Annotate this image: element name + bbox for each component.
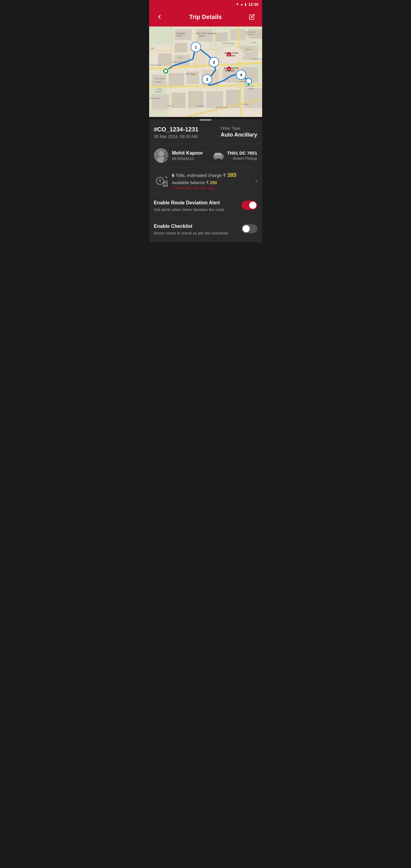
driver-name: Mohit Kapoor — [172, 150, 203, 156]
toggle-knob — [249, 202, 256, 209]
edit-button[interactable] — [247, 11, 257, 22]
svg-text:Nanjappa: Nanjappa — [176, 32, 185, 35]
back-button[interactable] — [154, 11, 165, 22]
route-deviation-subtitle: Get alerts when driver deviates the rout… — [154, 207, 238, 213]
svg-text:Apollo Cradle: Apollo Cradle — [224, 52, 238, 54]
route-deviation-text: Enable Route Deviation Alert Get alerts … — [154, 200, 238, 213]
driver-badge — [164, 158, 168, 163]
svg-text:College: College — [248, 88, 254, 90]
svg-text:School Road: School Road — [151, 64, 161, 66]
svg-rect-25 — [207, 91, 223, 108]
svg-text:Reddy Jana...: Reddy Jana... — [238, 81, 249, 83]
svg-text:2: 2 — [213, 60, 215, 64]
svg-rect-11 — [158, 54, 172, 66]
svg-text:Hosur: Hosur — [178, 57, 183, 59]
content-area: #CO_1234-1231 30 Mar 2024, 09:30 AM Orde… — [149, 119, 262, 242]
toll-count-label: Tolls, estimated charge — [176, 173, 223, 178]
svg-text:H: H — [228, 68, 230, 70]
toggle-knob-checklist — [243, 225, 250, 232]
route-deviation-toggle[interactable] — [242, 201, 257, 210]
svg-point-94 — [221, 158, 223, 160]
svg-text:Layout: Layout — [199, 35, 205, 37]
svg-text:Adugodi: Adugodi — [155, 81, 162, 83]
signal-icon: ▲ — [240, 2, 244, 6]
svg-rect-100 — [164, 183, 167, 184]
svg-text:3: 3 — [206, 77, 208, 82]
order-id: #CO_1234-1231 — [154, 126, 198, 133]
driver-avatar — [154, 148, 168, 163]
vehicle-info: TN01 DC 7651 Bolero Pickup — [213, 150, 257, 161]
route-deviation-section: Enable Route Deviation Alert Get alerts … — [149, 195, 262, 218]
driver-info: Mohit Kapoor 9876543210 — [154, 148, 203, 163]
order-section: #CO_1234-1231 30 Mar 2024, 09:30 AM Orde… — [149, 121, 262, 144]
svg-text:100 Feet Road: 100 Feet Road — [216, 106, 227, 108]
svg-text:Apollo Spectra: Apollo Spectra — [224, 67, 239, 69]
svg-rect-6 — [175, 43, 187, 52]
svg-point-38 — [164, 70, 167, 73]
order-type-section: Order Type Auto Ancillary — [221, 126, 257, 138]
app-header: Trip Details — [149, 8, 262, 27]
checklist-toggle[interactable] — [242, 224, 257, 233]
vehicle-icon — [213, 150, 224, 161]
svg-text:Annex: Annex — [252, 41, 257, 43]
status-time: 12:30 — [248, 2, 258, 7]
toll-text: 6 Tolls, estimated charge ₹ 385 * Availa… — [172, 172, 252, 190]
driver-details: Mohit Kapoor 9876543210 — [172, 150, 203, 161]
toll-note: * Actual toll price may vary — [172, 186, 252, 190]
svg-point-83 — [247, 83, 250, 86]
order-info: #CO_1234-1231 30 Mar 2024, 09:30 AM — [154, 126, 198, 139]
toll-icon: ₹ — [154, 174, 168, 188]
status-icons: ▼ ▲ ▮ — [235, 2, 247, 6]
svg-text:Bovi Colony: Bovi Colony — [155, 78, 165, 80]
svg-text:SIB: SIB — [151, 47, 154, 50]
svg-point-84 — [158, 151, 164, 156]
vehicle-details: TN01 DC 7651 Bolero Pickup — [227, 150, 257, 161]
map-container[interactable]: 1 2 3 4 Nanjappa Layout Tippu Block Nanj… — [149, 27, 262, 117]
battery-icon: ▮ — [245, 2, 247, 6]
page-title: Trip Details — [165, 13, 247, 21]
svg-text:Adugodi: Adugodi — [155, 91, 162, 93]
vehicle-type: Bolero Pickup — [227, 156, 257, 161]
svg-text:Kapoor Govt: Kapoor Govt — [246, 31, 256, 33]
svg-marker-1 — [149, 27, 173, 44]
svg-text:Thaval...: Thaval... — [167, 105, 174, 107]
svg-text:4: 4 — [240, 73, 242, 77]
svg-text:1: 1 — [195, 45, 197, 50]
svg-point-87 — [166, 160, 167, 161]
svg-text:Balaji Nagar: Balaji Nagar — [151, 97, 161, 99]
toll-amount: 385 — [227, 172, 236, 178]
driver-section: Mohit Kapoor 9876543210 TN01 DC 7651 Bol… — [149, 144, 262, 167]
order-type-label: Order Type — [221, 126, 257, 130]
checklist-title: Enable Checklist — [154, 224, 238, 229]
toll-currency: ₹ — [223, 173, 227, 178]
map-svg: 1 2 3 4 Nanjappa Layout Tippu Block Nanj… — [149, 27, 262, 117]
balance-amount: 250 — [210, 180, 217, 185]
svg-rect-8 — [216, 33, 227, 41]
toll-count: 6 — [172, 173, 175, 178]
wifi-icon: ▼ — [235, 2, 239, 6]
svg-line-103 — [165, 176, 167, 178]
svg-text:Primary S...: Primary S... — [246, 33, 255, 35]
svg-rect-92 — [215, 153, 221, 155]
svg-rect-96 — [223, 155, 224, 157]
svg-rect-22 — [152, 94, 169, 110]
svg-text:John Nagar: John Nagar — [185, 73, 196, 75]
svg-rect-95 — [213, 155, 214, 157]
checklist-subtitle: Driver needs to check as per the checkli… — [154, 230, 238, 236]
svg-text:Layout: Layout — [176, 35, 183, 37]
toll-asterisk: * — [238, 172, 239, 176]
svg-text:8th Main Road: 8th Main Road — [252, 58, 262, 60]
svg-text:Block 6: Block 6 — [246, 49, 252, 50]
toll-main: 6 Tolls, estimated charge ₹ 385 * — [172, 172, 252, 179]
svg-text:₹: ₹ — [159, 179, 161, 183]
status-bar: ▼ ▲ ▮ 12:30 — [149, 0, 262, 8]
steering-icon — [164, 158, 168, 163]
svg-text:Tippu Block Nanjappa: Tippu Block Nanjappa — [196, 32, 216, 35]
driver-phone: 9876543210 — [172, 156, 203, 161]
chevron-right-icon: › — [255, 178, 257, 184]
toll-section[interactable]: ₹ 6 Tolls, estimated charge ₹ 385 * — [149, 167, 262, 195]
svg-text:1st Main R: 1st Main R — [196, 105, 204, 107]
order-type-value: Auto Ancillary — [221, 132, 257, 138]
svg-text:H: H — [228, 53, 230, 56]
checklist-text: Enable Checklist Driver needs to check a… — [154, 224, 238, 236]
